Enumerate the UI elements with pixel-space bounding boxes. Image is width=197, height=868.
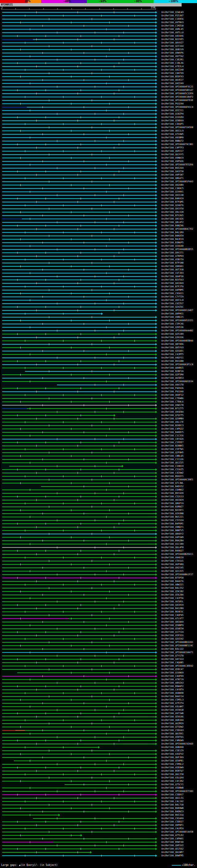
hit-label[interactable]: UniRef100_B8BQ72	[161, 140, 184, 142]
hit-label[interactable]: UniRef100_C4PW91	[161, 837, 184, 840]
hit-label[interactable]: UniRef100_C3KHC5	[161, 187, 184, 190]
alignment-row[interactable]: UniRef100_C9S011	[0, 291, 197, 295]
hit-label[interactable]: UniRef100_C4JMT5	[161, 353, 184, 355]
alignment-row[interactable]: UniRef100_B22VE5	[0, 37, 197, 41]
hit-label[interactable]: UniRef100_B2BF2A	[161, 370, 184, 373]
hit-label[interactable]: UniRef100_B4K419	[161, 197, 184, 200]
hit-label[interactable]: UniRef100_UPI0000C92A6D	[161, 742, 193, 745]
alignment-row[interactable]: UniRef100_A971W8	[0, 712, 197, 715]
hit-label[interactable]: UniRef100_Q6P217	[161, 150, 184, 152]
hit-bar[interactable]	[2, 137, 156, 138]
hit-label[interactable]: UniRef100_Q16N69	[161, 671, 184, 674]
alignment-row[interactable]: UniRef100_B5RTQ7	[0, 769, 197, 773]
hit-bar[interactable]	[2, 83, 156, 84]
hit-label[interactable]: UniRef100_Q00BS5	[161, 366, 184, 369]
hit-label[interactable]: UniRef100_Q9GE84	[161, 410, 184, 413]
alignment-row[interactable]: UniRef100_B44Y14	[0, 695, 197, 698]
hit-bar[interactable]	[2, 337, 156, 338]
alignment-row[interactable]: UniRef100_Q0VXZ7	[0, 41, 197, 44]
hit-label[interactable]: UniRef100_UPI00009EEB90	[161, 339, 193, 342]
hit-label[interactable]: UniRef100_Q24076	[161, 204, 184, 207]
hit-label[interactable]: UniRef100_A9NQY1	[161, 526, 184, 528]
hit-bar[interactable]	[2, 229, 156, 229]
hit-label[interactable]: UniRef100_Q24Z6C	[161, 305, 184, 308]
hit-bar[interactable]	[2, 130, 156, 131]
hit-bar[interactable]	[2, 280, 156, 280]
hit-bar[interactable]	[2, 425, 156, 426]
alignment-row[interactable]: UniRef100_C4P622	[0, 427, 197, 430]
hit-label[interactable]: UniRef100_B91U88	[161, 360, 184, 363]
alignment-row[interactable]: UniRef100_UPI00004F3C21	[0, 85, 197, 88]
hit-bar[interactable]	[2, 730, 16, 731]
alignment-row[interactable]: UniRef100_UPI00008B3D55	[0, 248, 197, 251]
alignment-row[interactable]: UniRef100_Q4PBM5	[0, 288, 197, 291]
hit-bar[interactable]	[2, 191, 156, 192]
hit-bar[interactable]	[2, 727, 156, 727]
hit-bar[interactable]	[2, 787, 156, 788]
alignment-row[interactable]: UniRef100_C6HN62	[0, 488, 197, 491]
alignment-row[interactable]: UniRef100_Q92UB9	[0, 183, 197, 187]
alignment-row[interactable]: UniRef100_Q2F5M4	[0, 373, 197, 376]
hit-label[interactable]: UniRef100_A9W178	[161, 404, 184, 406]
alignment-row[interactable]: UniRef100_B7G365	[0, 214, 197, 217]
alignment-row[interactable]: UniRef100_A6F98Q	[0, 563, 197, 566]
hit-bar[interactable]	[2, 632, 156, 632]
hit-label[interactable]: UniRef100_UPI0000952CE1	[161, 319, 193, 322]
hit-bar[interactable]	[2, 791, 156, 792]
hit-label[interactable]: UniRef100_B7FQM5	[161, 200, 184, 203]
alignment-row[interactable]: UniRef100_UPI000061B4F2	[0, 95, 197, 98]
hit-bar[interactable]	[2, 90, 156, 91]
hit-label[interactable]: UniRef100_Q29MB9	[161, 417, 184, 420]
hit-bar[interactable]	[2, 649, 156, 649]
hit-label[interactable]: UniRef100_C9S011	[161, 292, 184, 295]
alignment-row[interactable]: UniRef100_B7P1N8	[0, 261, 197, 265]
hit-label[interactable]: UniRef100_UPI0000A3F1C8	[161, 363, 193, 366]
alignment-row[interactable]: UniRef100_Q24076	[0, 204, 197, 207]
hit-bar[interactable]	[2, 80, 156, 81]
alignment-row[interactable]: UniRef100_C4QP45	[0, 613, 197, 617]
hit-bar[interactable]	[2, 642, 156, 643]
hit-label[interactable]: UniRef100_Q19991	[161, 190, 184, 193]
hit-label[interactable]: UniRef100_A9P1N7	[161, 173, 184, 176]
hit-label[interactable]: UniRef100_B28BK5	[161, 444, 184, 447]
hit-bar[interactable]	[2, 534, 156, 534]
alignment-row[interactable]: UniRef100_Q24Z6C	[0, 305, 197, 309]
alignment-row[interactable]: UniRef100_C5DDG7	[0, 793, 197, 796]
alignment-row[interactable]: UniRef100_C8BLQ5	[0, 454, 197, 458]
hit-label[interactable]: UniRef100_A94U10	[161, 556, 184, 559]
hit-bar[interactable]	[2, 737, 156, 738]
hit-bar[interactable]	[2, 429, 156, 429]
hit-label[interactable]: UniRef100_Q39536	[161, 326, 184, 329]
hit-bar[interactable]	[2, 154, 156, 155]
alignment-row[interactable]: UniRef100_B5DFX3	[0, 75, 197, 78]
alignment-row[interactable]: UniRef100_C4PW91	[0, 837, 197, 840]
hit-bar[interactable]	[2, 517, 156, 517]
alignment-row[interactable]: UniRef100_Q6B1V9	[0, 48, 197, 51]
hit-label[interactable]: UniRef100_B8NTV5	[161, 529, 184, 532]
hit-bar[interactable]	[2, 239, 156, 240]
hit-bar[interactable]	[2, 679, 156, 680]
alignment-row[interactable]: UniRef100_C4JF56	[0, 596, 197, 600]
hit-bar[interactable]	[2, 364, 156, 365]
hit-label[interactable]: UniRef100_C1BLX6	[161, 62, 184, 64]
hit-label[interactable]: UniRef100_UPI0000B2D411	[161, 553, 193, 555]
hit-label[interactable]: UniRef100_Q9C426	[161, 217, 184, 220]
alignment-row[interactable]: UniRef100_B9I269	[0, 166, 197, 170]
hit-label[interactable]: UniRef100_A5E0W9	[161, 766, 184, 769]
alignment-row[interactable]: UniRef100_Q17Y24	[0, 630, 197, 634]
alignment-row[interactable]: UniRef100_UPI0000BE119C	[0, 644, 197, 647]
hit-label[interactable]: UniRef100_Q87XD6	[161, 343, 184, 345]
alignment-row[interactable]: UniRef100_UPI00009EEB90	[0, 339, 197, 342]
hit-bar[interactable]	[2, 445, 156, 446]
hit-label[interactable]: UniRef100_A6ZM29	[161, 722, 184, 725]
alignment-row[interactable]: UniRef100_C7EW86	[0, 397, 197, 400]
alignment-row[interactable]: UniRef100_P25307	[0, 14, 197, 17]
hit-bar[interactable]	[2, 59, 156, 60]
hit-label[interactable]: UniRef100_P93340	[161, 390, 184, 393]
hit-bar[interactable]	[2, 144, 156, 145]
hit-bar[interactable]	[2, 87, 156, 87]
hit-label[interactable]: UniRef100_C1H819	[161, 465, 184, 467]
hit-label[interactable]: UniRef100_C4YJR2	[161, 780, 184, 782]
hit-label[interactable]: UniRef100_Q4Z249	[161, 82, 184, 85]
alignment-row[interactable]: UniRef100_P93340	[0, 390, 197, 393]
